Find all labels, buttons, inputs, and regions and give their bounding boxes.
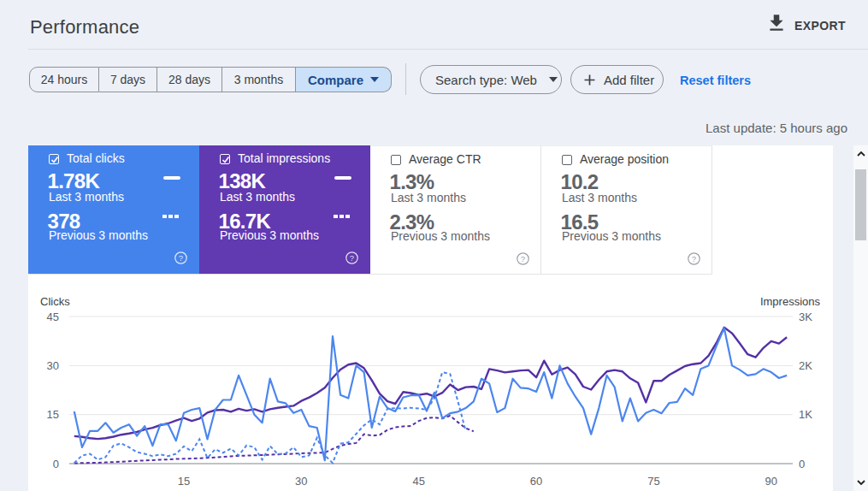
svg-text:45: 45 [47, 311, 59, 323]
svg-text:1K: 1K [799, 408, 812, 421]
svg-text:60: 60 [530, 475, 542, 488]
svg-text:0: 0 [53, 458, 59, 470]
svg-text:2K: 2K [799, 359, 812, 372]
svg-text:30: 30 [295, 475, 307, 488]
svg-text:Clicks: Clicks [40, 295, 70, 308]
svg-text:15: 15 [47, 408, 59, 421]
svg-text:90: 90 [765, 475, 776, 488]
svg-text:?: ? [350, 253, 354, 263]
svg-text:Impressions: Impressions [760, 295, 821, 308]
svg-text:?: ? [692, 254, 696, 263]
svg-text:0: 0 [799, 458, 805, 470]
svg-text:45: 45 [412, 475, 424, 488]
svg-text:30: 30 [47, 359, 59, 372]
svg-text:?: ? [521, 254, 525, 263]
svg-text:?: ? [179, 253, 183, 263]
svg-text:3K: 3K [799, 311, 812, 323]
svg-text:15: 15 [178, 475, 190, 488]
svg-text:75: 75 [647, 475, 659, 488]
